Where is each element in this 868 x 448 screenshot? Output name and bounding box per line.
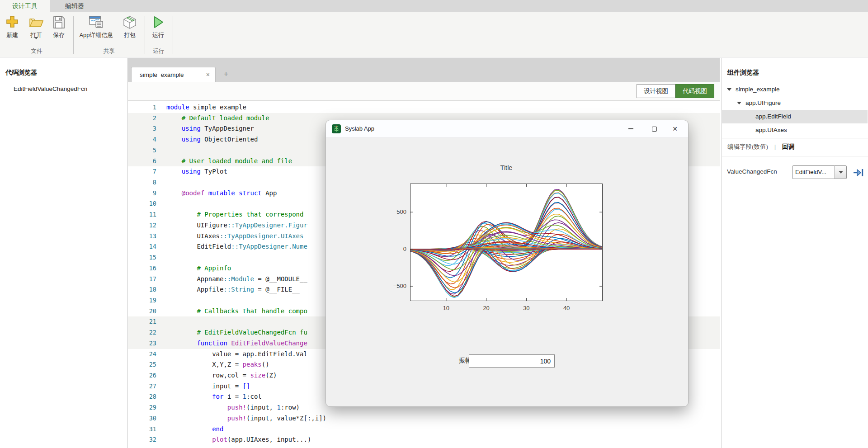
line-number: 6 <box>128 156 156 167</box>
line-number: 32 <box>128 434 156 445</box>
code-browser-title: 代码浏览器 <box>5 69 37 77</box>
tree-item-app-uiaxes[interactable]: app.UIAxes <box>722 123 868 137</box>
window-title: Syslab App <box>345 120 374 137</box>
editor-tab-label: simple_example <box>140 71 205 78</box>
package-box-icon <box>119 15 140 29</box>
line-number: 4 <box>128 134 156 145</box>
maximize-icon[interactable] <box>644 120 665 137</box>
code-text <box>156 252 166 263</box>
new-button-label: 新建 <box>2 31 23 39</box>
code-text: push!(input, 1:row) <box>156 402 300 413</box>
tree-item-label: app.UIFigure <box>745 99 781 106</box>
chevron-down-icon[interactable] <box>835 165 847 179</box>
divider <box>722 82 868 82</box>
line-number: 11 <box>128 209 156 220</box>
line-number: 1 <box>128 102 156 113</box>
app-details-button[interactable]: App详细信息 <box>76 15 117 39</box>
amplitude-input[interactable] <box>469 354 555 368</box>
valuechangedfcn-dropdown[interactable]: EditFieldV... <box>792 165 847 179</box>
tree-item-app-editfield[interactable]: app.EditField <box>722 110 868 123</box>
code-text: @oodef mutable struct App <box>156 188 277 199</box>
code-text: function EditFieldValueChange <box>156 338 307 349</box>
open-button[interactable]: 打开 <box>26 15 47 47</box>
app-details-icon <box>76 15 117 29</box>
new-button[interactable]: 新建 <box>2 15 23 39</box>
run-icon <box>148 15 169 29</box>
line-number: 8 <box>128 177 156 188</box>
run-button[interactable]: 运行 <box>148 15 169 39</box>
tab-edit-field-numeric[interactable]: 编辑字段(数值) <box>727 143 768 150</box>
line-number: 15 <box>128 252 156 263</box>
code-text: push!(input, value*Z[:,i]) <box>156 413 326 424</box>
package-button[interactable]: 打包 <box>119 15 140 39</box>
line-number: 16 <box>128 263 156 274</box>
ribbon-group-share: 共享 <box>73 47 145 55</box>
close-icon[interactable]: × <box>205 71 211 78</box>
package-button-label: 打包 <box>119 31 140 39</box>
code-text: # EditFieldValueChangedFcn fu <box>156 327 307 338</box>
ribbon-tab-design-tools[interactable]: 设计工具 <box>0 0 50 12</box>
line-number: 29 <box>128 402 156 413</box>
x-tick-label: 20 <box>477 305 495 311</box>
code-browser-item-editfieldvaluechangedfcn[interactable]: EditFieldValueChangedFcn <box>0 83 127 95</box>
run-button-label: 运行 <box>148 31 169 39</box>
code-text: # User loaded module and file <box>156 156 292 167</box>
line-number: 7 <box>128 166 156 177</box>
minimize-icon[interactable] <box>620 120 641 137</box>
syslab-app-window: Syslab App ✕ Title 10203040−5000500 振幅 <box>326 120 689 407</box>
tab-callbacks[interactable]: 回调 <box>782 143 794 150</box>
line-number: 22 <box>128 327 156 338</box>
code-line[interactable]: 1module simple_example <box>128 102 720 113</box>
code-text: Appfile::String = @__FILE__ <box>156 284 300 295</box>
dropdown-value[interactable]: EditFieldV... <box>792 165 835 179</box>
code-text: using TyAppDesigner <box>156 123 254 134</box>
window-titlebar[interactable]: Syslab App ✕ <box>326 120 688 137</box>
new-plus-icon <box>2 15 23 29</box>
code-line[interactable]: 32 plot(app.UIAxes, input...) <box>128 434 720 445</box>
code-text: # Properties that correspond <box>156 209 303 220</box>
code-text: # Appinfo <box>156 263 231 274</box>
chevron-down-icon[interactable] <box>737 102 741 104</box>
save-button[interactable]: 保存 <box>48 15 69 39</box>
code-line[interactable]: 31 end <box>128 424 720 435</box>
x-tick-label: 40 <box>557 305 576 311</box>
goto-callback-icon[interactable] <box>853 168 864 179</box>
ribbon-tabstrip: 设计工具 编辑器 <box>0 0 868 12</box>
ribbon-tab-editor[interactable]: 编辑器 <box>50 0 99 12</box>
tree-item-app-uifigure[interactable]: app.UIFigure <box>722 96 868 110</box>
uiaxes-plot <box>410 184 603 301</box>
chevron-down-icon[interactable] <box>727 88 731 91</box>
line-number: 13 <box>128 231 156 242</box>
close-icon[interactable]: ✕ <box>665 120 685 137</box>
plot-title: Title <box>410 164 603 171</box>
code-text: EditField::TyAppDesigner.Nume <box>156 241 307 252</box>
line-number: 26 <box>128 370 156 381</box>
x-tick-label: 30 <box>517 305 535 311</box>
line-number: 9 <box>128 188 156 199</box>
tree-item-simple-example[interactable]: simple_example <box>722 83 868 96</box>
code-line[interactable]: 30 push!(input, value*Z[:,i]) <box>128 413 720 424</box>
line-number: 28 <box>128 391 156 402</box>
code-text: # Callbacks that handle compo <box>156 306 307 317</box>
design-view-button[interactable]: 设计视图 <box>637 84 675 98</box>
app-root: 设计工具 编辑器 新建 打开 保存 App详细信息 <box>0 0 868 448</box>
line-number: 5 <box>128 145 156 156</box>
tree-item-label: app.UIAxes <box>755 127 787 133</box>
view-toggle: 设计视图 代码视图 <box>637 84 714 98</box>
editor-tab-simple-example[interactable]: simple_example × <box>131 67 216 82</box>
line-number: 27 <box>128 381 156 392</box>
ribbon-divider <box>173 16 173 54</box>
line-number: 2 <box>128 113 156 124</box>
open-folder-icon <box>26 15 47 29</box>
tree-item-label: simple_example <box>736 86 780 93</box>
new-tab-button[interactable]: + <box>220 68 232 80</box>
code-view-button[interactable]: 代码视图 <box>675 84 714 98</box>
line-number: 25 <box>128 359 156 370</box>
code-text: module simple_example <box>156 102 246 113</box>
line-number: 18 <box>128 284 156 295</box>
line-number: 24 <box>128 349 156 360</box>
line-number: 3 <box>128 123 156 134</box>
ribbon-group-run: 运行 <box>145 47 173 55</box>
code-text <box>156 198 166 209</box>
chevron-down-icon <box>34 37 38 47</box>
